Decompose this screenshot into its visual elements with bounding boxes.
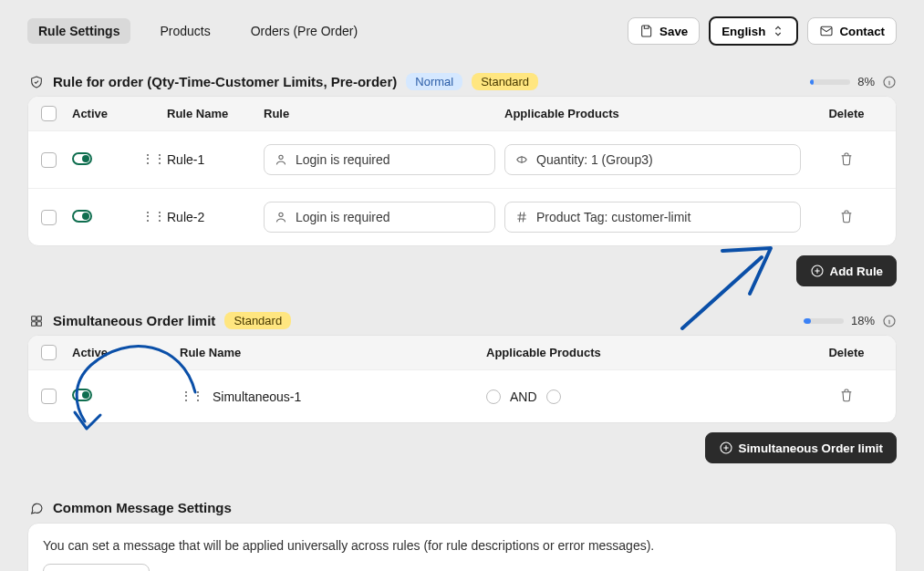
and-group: AND bbox=[486, 389, 810, 404]
and-label: AND bbox=[510, 389, 537, 404]
th-active: Active bbox=[72, 346, 141, 359]
language-label: English bbox=[722, 25, 765, 38]
section2-percent: 18% bbox=[851, 314, 875, 327]
plus-circle-icon bbox=[719, 441, 733, 455]
radio-left[interactable] bbox=[486, 389, 501, 404]
delete-button[interactable] bbox=[810, 388, 883, 402]
row-checkbox[interactable] bbox=[41, 210, 57, 225]
th-active: Active bbox=[72, 107, 141, 120]
active-toggle[interactable] bbox=[72, 389, 92, 401]
section3-header: Common Message Settings bbox=[29, 500, 897, 515]
tab-strip: Rule Settings Products Orders (Pre Order… bbox=[27, 18, 369, 44]
product-pill[interactable]: Quantity: 1 (Group3) bbox=[504, 144, 801, 175]
save-icon bbox=[639, 24, 654, 38]
svg-rect-5 bbox=[32, 316, 36, 320]
section2-header: Simultaneous Order limit Standard 18% bbox=[29, 312, 897, 329]
badge-standard: Standard bbox=[224, 312, 291, 329]
message-desc: You can set a message that will be appli… bbox=[43, 538, 881, 553]
tab-products[interactable]: Products bbox=[149, 18, 221, 44]
add-simultaneous-button[interactable]: Simultaneous Order limit bbox=[705, 432, 898, 463]
section2-table: Active Rule Name Applicable Products Del… bbox=[27, 335, 897, 423]
th-applicable: Applicable Products bbox=[486, 346, 810, 359]
top-actions: Save English Contact bbox=[628, 16, 897, 46]
rule-text: Login is required bbox=[296, 152, 390, 167]
start-settings-button[interactable]: Start Settings bbox=[43, 564, 150, 571]
svg-rect-0 bbox=[821, 26, 832, 35]
trash-icon bbox=[839, 388, 854, 402]
th-delete: Delete bbox=[810, 107, 883, 120]
section1-header: Rule for order (Qty-Time-Customer Limits… bbox=[29, 73, 897, 90]
rule-name[interactable]: Rule-1 bbox=[167, 152, 264, 167]
badge-normal: Normal bbox=[406, 73, 462, 90]
person-icon bbox=[274, 152, 288, 167]
quantity-icon bbox=[514, 152, 529, 167]
section1-percent: 8% bbox=[857, 75, 875, 88]
svg-rect-6 bbox=[37, 316, 42, 320]
rule-name[interactable]: Rule-2 bbox=[167, 210, 264, 224]
table-row: Rule-1 Login is required Quantity: 1 (Gr… bbox=[28, 130, 896, 188]
active-toggle[interactable] bbox=[72, 152, 92, 165]
svg-rect-7 bbox=[32, 321, 36, 326]
section2-thead: Active Rule Name Applicable Products Del… bbox=[28, 336, 896, 369]
th-rule-name: Rule Name bbox=[180, 346, 486, 359]
section3-title: Common Message Settings bbox=[53, 500, 232, 515]
product-pill[interactable]: Product Tag: customer-limit bbox=[504, 202, 801, 233]
section1-table: Active Rule Name Rule Applicable Product… bbox=[27, 96, 897, 246]
hash-icon bbox=[514, 210, 529, 224]
section2-meter bbox=[804, 318, 844, 324]
radio-right[interactable] bbox=[546, 389, 561, 404]
svg-rect-8 bbox=[37, 321, 42, 326]
row-checkbox[interactable] bbox=[41, 152, 57, 168]
message-icon bbox=[29, 501, 44, 515]
add-rule-button[interactable]: Add Rule bbox=[796, 255, 898, 286]
info-icon[interactable] bbox=[882, 314, 897, 328]
trash-icon bbox=[839, 151, 854, 166]
person-icon bbox=[274, 210, 288, 224]
product-text: Product Tag: customer-limit bbox=[536, 210, 690, 224]
badge-standard: Standard bbox=[472, 73, 538, 90]
drag-handle-icon[interactable] bbox=[141, 213, 165, 222]
product-text: Quantity: 1 (Group3) bbox=[536, 152, 653, 167]
delete-button[interactable] bbox=[810, 209, 883, 223]
th-applicable: Applicable Products bbox=[504, 107, 810, 120]
table-row: Rule-2 Login is required Product Tag: cu… bbox=[28, 188, 896, 245]
th-delete: Delete bbox=[810, 346, 883, 359]
save-label: Save bbox=[659, 25, 688, 38]
section1-meter bbox=[810, 79, 850, 85]
order-limit-icon bbox=[29, 314, 44, 328]
message-card: You can set a message that will be appli… bbox=[27, 523, 897, 571]
rule-pill[interactable]: Login is required bbox=[264, 202, 495, 233]
table-row: Simultaneous-1 AND bbox=[28, 369, 896, 422]
drag-handle-icon[interactable] bbox=[141, 155, 165, 164]
rule-pill[interactable]: Login is required bbox=[264, 144, 495, 175]
svg-point-3 bbox=[279, 213, 283, 216]
svg-point-2 bbox=[279, 155, 283, 159]
top-bar: Rule Settings Products Orders (Pre Order… bbox=[27, 16, 897, 46]
sort-icon bbox=[771, 24, 785, 38]
shield-icon bbox=[29, 75, 44, 89]
contact-button[interactable]: Contact bbox=[807, 17, 897, 45]
tab-rule-settings[interactable]: Rule Settings bbox=[27, 18, 130, 44]
drag-handle-icon[interactable] bbox=[180, 392, 203, 401]
add-rule-label: Add Rule bbox=[830, 265, 884, 278]
language-select[interactable]: English bbox=[709, 16, 798, 46]
plus-circle-icon bbox=[810, 264, 825, 278]
rule-name[interactable]: Simultaneous-1 bbox=[213, 389, 301, 404]
section2-title: Simultaneous Order limit bbox=[53, 313, 215, 328]
rule-text: Login is required bbox=[296, 210, 390, 224]
section1-title: Rule for order (Qty-Time-Customer Limits… bbox=[53, 74, 397, 89]
delete-button[interactable] bbox=[810, 151, 883, 166]
save-button[interactable]: Save bbox=[628, 17, 700, 45]
section1-thead: Active Rule Name Rule Applicable Product… bbox=[28, 97, 896, 130]
tab-orders[interactable]: Orders (Pre Order) bbox=[240, 18, 369, 44]
active-toggle[interactable] bbox=[72, 210, 92, 223]
select-all-checkbox[interactable] bbox=[41, 345, 57, 360]
add-simultaneous-label: Simultaneous Order limit bbox=[739, 441, 884, 455]
th-rule: Rule bbox=[264, 107, 504, 120]
select-all-checkbox[interactable] bbox=[41, 106, 57, 121]
mail-icon bbox=[819, 24, 834, 38]
row-checkbox[interactable] bbox=[41, 389, 57, 404]
info-icon[interactable] bbox=[882, 75, 897, 89]
th-rule-name: Rule Name bbox=[167, 107, 264, 120]
trash-icon bbox=[839, 209, 854, 223]
